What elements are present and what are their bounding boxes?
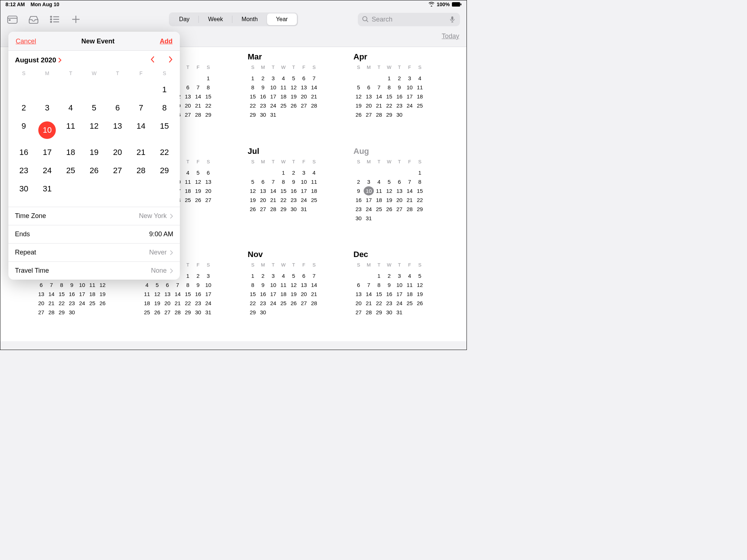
- year-day-cell[interactable]: 31: [203, 308, 213, 317]
- year-day-cell[interactable]: 21: [364, 299, 374, 308]
- year-day-cell[interactable]: 5: [289, 271, 299, 280]
- year-day-cell[interactable]: 25: [405, 299, 415, 308]
- year-day-cell[interactable]: 26: [353, 110, 364, 119]
- date-cell[interactable]: 23: [12, 162, 35, 180]
- date-cell[interactable]: 31: [35, 180, 59, 198]
- year-day-cell[interactable]: 12: [384, 186, 394, 195]
- year-day-cell[interactable]: 25: [183, 195, 193, 205]
- year-day-cell[interactable]: 20: [203, 186, 213, 195]
- year-day-cell[interactable]: 2: [394, 74, 405, 83]
- year-day-cell[interactable]: 7: [309, 74, 319, 83]
- year-day-cell[interactable]: 15: [203, 92, 213, 101]
- year-day-cell[interactable]: 16: [394, 92, 405, 101]
- date-cell[interactable]: 15: [153, 117, 176, 143]
- year-day-cell[interactable]: 17: [299, 186, 309, 195]
- date-cell[interactable]: 9: [12, 117, 35, 143]
- year-day-cell[interactable]: 21: [309, 289, 319, 299]
- year-day-cell[interactable]: 26: [152, 308, 162, 317]
- year-day-cell[interactable]: 21: [268, 195, 278, 205]
- year-day-cell[interactable]: 8: [183, 280, 193, 289]
- year-day-cell[interactable]: 29: [248, 110, 258, 119]
- year-day-cell[interactable]: 11: [278, 83, 289, 92]
- year-day-cell[interactable]: 17: [268, 289, 278, 299]
- year-day-cell[interactable]: 24: [77, 299, 87, 308]
- picker-month-button[interactable]: August 2020: [15, 56, 62, 64]
- year-day-cell[interactable]: 13: [203, 177, 213, 186]
- year-day-cell[interactable]: 7: [374, 83, 384, 92]
- year-day-cell[interactable]: 6: [364, 83, 374, 92]
- year-day-cell[interactable]: 11: [87, 280, 97, 289]
- year-day-cell[interactable]: 14: [46, 289, 57, 299]
- date-cell[interactable]: 12: [82, 117, 106, 143]
- year-day-cell[interactable]: 27: [394, 205, 405, 214]
- year-day-cell[interactable]: 26: [97, 299, 108, 308]
- year-day-cell[interactable]: 23: [193, 299, 203, 308]
- year-day-cell[interactable]: 3: [268, 271, 278, 280]
- date-cell[interactable]: 24: [35, 162, 59, 180]
- year-day-cell[interactable]: 11: [183, 177, 193, 186]
- year-day-cell[interactable]: 15: [57, 289, 67, 299]
- year-day-cell[interactable]: 31: [268, 110, 278, 119]
- year-day-cell[interactable]: 14: [309, 280, 319, 289]
- year-day-cell[interactable]: 22: [57, 299, 67, 308]
- year-day-cell[interactable]: 7: [193, 83, 203, 92]
- year-day-cell[interactable]: 14: [374, 92, 384, 101]
- date-cell[interactable]: 27: [106, 162, 129, 180]
- year-day-cell[interactable]: 3: [405, 74, 415, 83]
- year-day-cell[interactable]: 10: [77, 280, 87, 289]
- year-day-cell[interactable]: 3: [394, 271, 405, 280]
- year-day-cell[interactable]: 9: [353, 186, 364, 195]
- year-day-cell[interactable]: 12: [289, 280, 299, 289]
- year-day-cell[interactable]: 29: [415, 205, 425, 214]
- option-row-ends[interactable]: Ends9:00 AM: [8, 225, 180, 244]
- date-cell[interactable]: 17: [35, 143, 59, 162]
- year-day-cell[interactable]: 21: [173, 299, 183, 308]
- year-day-cell[interactable]: 4: [309, 168, 319, 177]
- year-day-cell[interactable]: 23: [67, 299, 77, 308]
- year-day-cell[interactable]: 9: [394, 83, 405, 92]
- year-day-cell[interactable]: 19: [289, 289, 299, 299]
- year-day-cell[interactable]: 7: [173, 280, 183, 289]
- year-day-cell[interactable]: 13: [183, 92, 193, 101]
- year-day-cell[interactable]: 12: [97, 280, 108, 289]
- year-day-cell[interactable]: 6: [394, 177, 405, 186]
- date-cell[interactable]: 11: [59, 117, 82, 143]
- year-day-cell[interactable]: 6: [353, 280, 364, 289]
- year-day-cell[interactable]: 2: [289, 168, 299, 177]
- date-cell[interactable]: 7: [129, 99, 152, 117]
- year-day-cell[interactable]: 17: [268, 92, 278, 101]
- date-cell[interactable]: 3: [35, 99, 59, 117]
- year-day-cell[interactable]: 4: [405, 271, 415, 280]
- year-day-cell[interactable]: 8: [248, 280, 258, 289]
- year-day-cell[interactable]: 27: [162, 308, 173, 317]
- year-day-cell[interactable]: 10: [405, 83, 415, 92]
- calendar-icon[interactable]: [7, 14, 18, 25]
- year-day-cell[interactable]: 17: [394, 289, 405, 299]
- year-day-cell[interactable]: 18: [278, 289, 289, 299]
- add-button[interactable]: Add: [160, 38, 173, 45]
- date-cell[interactable]: 28: [129, 162, 152, 180]
- year-day-cell[interactable]: 9: [258, 280, 268, 289]
- inbox-icon[interactable]: [28, 14, 39, 25]
- year-day-cell[interactable]: 13: [353, 289, 364, 299]
- year-day-cell[interactable]: 9: [289, 177, 299, 186]
- year-day-cell[interactable]: 11: [374, 186, 384, 195]
- year-day-cell[interactable]: 28: [364, 308, 374, 317]
- year-day-cell[interactable]: 22: [384, 101, 394, 110]
- year-day-cell[interactable]: 13: [299, 280, 309, 289]
- year-day-cell[interactable]: 2: [353, 177, 364, 186]
- year-day-cell[interactable]: 10: [268, 83, 278, 92]
- year-day-cell[interactable]: 12: [415, 280, 425, 289]
- year-day-cell[interactable]: 15: [248, 92, 258, 101]
- year-day-cell[interactable]: 14: [309, 83, 319, 92]
- year-day-cell[interactable]: 30: [353, 214, 364, 223]
- year-day-cell[interactable]: 18: [183, 186, 193, 195]
- year-day-cell[interactable]: 31: [394, 308, 405, 317]
- year-day-cell[interactable]: 23: [289, 195, 299, 205]
- seg-month[interactable]: Month: [232, 13, 267, 25]
- year-day-cell[interactable]: 15: [374, 289, 384, 299]
- year-day-cell[interactable]: 20: [364, 101, 374, 110]
- year-day-cell[interactable]: 28: [268, 205, 278, 214]
- year-day-cell[interactable]: 16: [193, 289, 203, 299]
- year-day-cell[interactable]: 6: [183, 83, 193, 92]
